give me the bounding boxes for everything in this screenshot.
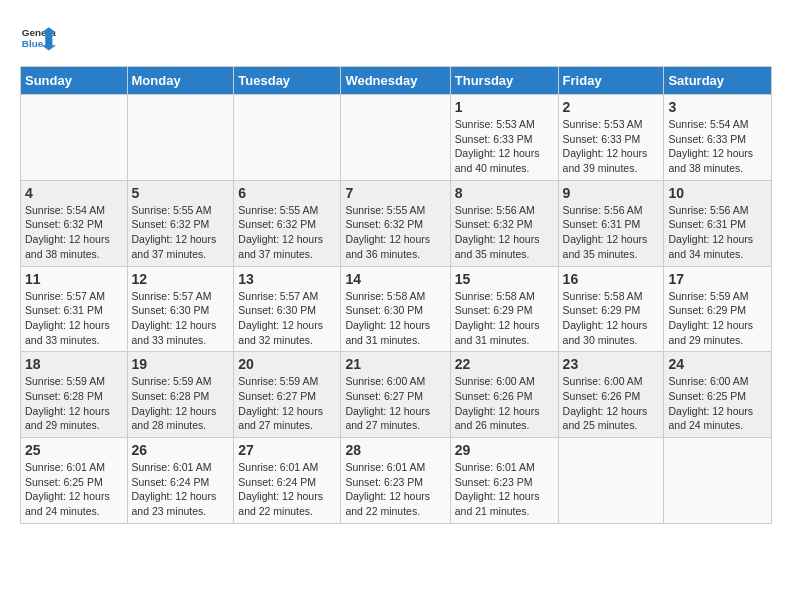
calendar-cell: 18Sunrise: 5:59 AM Sunset: 6:28 PM Dayli… — [21, 352, 128, 438]
calendar-cell — [127, 95, 234, 181]
day-number: 12 — [132, 271, 230, 287]
day-info: Sunrise: 5:56 AM Sunset: 6:31 PM Dayligh… — [563, 203, 660, 262]
calendar-cell: 12Sunrise: 5:57 AM Sunset: 6:30 PM Dayli… — [127, 266, 234, 352]
calendar-cell: 6Sunrise: 5:55 AM Sunset: 6:32 PM Daylig… — [234, 180, 341, 266]
day-number: 22 — [455, 356, 554, 372]
day-info: Sunrise: 5:59 AM Sunset: 6:27 PM Dayligh… — [238, 374, 336, 433]
day-number: 1 — [455, 99, 554, 115]
day-header-saturday: Saturday — [664, 67, 772, 95]
svg-text:Blue: Blue — [22, 38, 44, 49]
day-header-wednesday: Wednesday — [341, 67, 450, 95]
logo: General Blue — [20, 20, 56, 56]
calendar-cell: 26Sunrise: 6:01 AM Sunset: 6:24 PM Dayli… — [127, 438, 234, 524]
header: General Blue — [20, 20, 772, 56]
day-number: 9 — [563, 185, 660, 201]
day-info: Sunrise: 6:00 AM Sunset: 6:27 PM Dayligh… — [345, 374, 445, 433]
day-number: 5 — [132, 185, 230, 201]
calendar-cell — [664, 438, 772, 524]
day-number: 15 — [455, 271, 554, 287]
calendar-cell: 25Sunrise: 6:01 AM Sunset: 6:25 PM Dayli… — [21, 438, 128, 524]
calendar-table: SundayMondayTuesdayWednesdayThursdayFrid… — [20, 66, 772, 524]
calendar-cell: 19Sunrise: 5:59 AM Sunset: 6:28 PM Dayli… — [127, 352, 234, 438]
day-number: 20 — [238, 356, 336, 372]
week-row-2: 4Sunrise: 5:54 AM Sunset: 6:32 PM Daylig… — [21, 180, 772, 266]
calendar-cell: 27Sunrise: 6:01 AM Sunset: 6:24 PM Dayli… — [234, 438, 341, 524]
day-info: Sunrise: 6:00 AM Sunset: 6:26 PM Dayligh… — [563, 374, 660, 433]
calendar-cell: 21Sunrise: 6:00 AM Sunset: 6:27 PM Dayli… — [341, 352, 450, 438]
day-info: Sunrise: 5:55 AM Sunset: 6:32 PM Dayligh… — [238, 203, 336, 262]
calendar-cell — [234, 95, 341, 181]
day-info: Sunrise: 6:01 AM Sunset: 6:24 PM Dayligh… — [238, 460, 336, 519]
day-number: 24 — [668, 356, 767, 372]
day-number: 23 — [563, 356, 660, 372]
day-header-tuesday: Tuesday — [234, 67, 341, 95]
day-info: Sunrise: 5:53 AM Sunset: 6:33 PM Dayligh… — [563, 117, 660, 176]
week-row-5: 25Sunrise: 6:01 AM Sunset: 6:25 PM Dayli… — [21, 438, 772, 524]
day-info: Sunrise: 5:59 AM Sunset: 6:28 PM Dayligh… — [132, 374, 230, 433]
day-number: 26 — [132, 442, 230, 458]
day-info: Sunrise: 6:01 AM Sunset: 6:23 PM Dayligh… — [455, 460, 554, 519]
day-number: 10 — [668, 185, 767, 201]
calendar-cell: 4Sunrise: 5:54 AM Sunset: 6:32 PM Daylig… — [21, 180, 128, 266]
day-info: Sunrise: 6:01 AM Sunset: 6:25 PM Dayligh… — [25, 460, 123, 519]
day-number: 25 — [25, 442, 123, 458]
day-info: Sunrise: 5:58 AM Sunset: 6:29 PM Dayligh… — [563, 289, 660, 348]
day-info: Sunrise: 6:00 AM Sunset: 6:26 PM Dayligh… — [455, 374, 554, 433]
calendar-cell: 13Sunrise: 5:57 AM Sunset: 6:30 PM Dayli… — [234, 266, 341, 352]
calendar-cell — [21, 95, 128, 181]
calendar-cell: 24Sunrise: 6:00 AM Sunset: 6:25 PM Dayli… — [664, 352, 772, 438]
day-info: Sunrise: 5:58 AM Sunset: 6:30 PM Dayligh… — [345, 289, 445, 348]
calendar-cell: 14Sunrise: 5:58 AM Sunset: 6:30 PM Dayli… — [341, 266, 450, 352]
calendar-cell: 11Sunrise: 5:57 AM Sunset: 6:31 PM Dayli… — [21, 266, 128, 352]
day-number: 29 — [455, 442, 554, 458]
day-info: Sunrise: 5:56 AM Sunset: 6:32 PM Dayligh… — [455, 203, 554, 262]
day-number: 21 — [345, 356, 445, 372]
calendar-cell: 16Sunrise: 5:58 AM Sunset: 6:29 PM Dayli… — [558, 266, 664, 352]
calendar-cell: 2Sunrise: 5:53 AM Sunset: 6:33 PM Daylig… — [558, 95, 664, 181]
day-info: Sunrise: 5:55 AM Sunset: 6:32 PM Dayligh… — [345, 203, 445, 262]
calendar-cell: 3Sunrise: 5:54 AM Sunset: 6:33 PM Daylig… — [664, 95, 772, 181]
calendar-cell: 10Sunrise: 5:56 AM Sunset: 6:31 PM Dayli… — [664, 180, 772, 266]
day-header-friday: Friday — [558, 67, 664, 95]
calendar-cell: 29Sunrise: 6:01 AM Sunset: 6:23 PM Dayli… — [450, 438, 558, 524]
day-info: Sunrise: 5:57 AM Sunset: 6:31 PM Dayligh… — [25, 289, 123, 348]
day-info: Sunrise: 6:00 AM Sunset: 6:25 PM Dayligh… — [668, 374, 767, 433]
day-info: Sunrise: 5:55 AM Sunset: 6:32 PM Dayligh… — [132, 203, 230, 262]
day-info: Sunrise: 5:57 AM Sunset: 6:30 PM Dayligh… — [238, 289, 336, 348]
day-header-monday: Monday — [127, 67, 234, 95]
calendar-cell: 1Sunrise: 5:53 AM Sunset: 6:33 PM Daylig… — [450, 95, 558, 181]
day-number: 3 — [668, 99, 767, 115]
calendar-cell — [341, 95, 450, 181]
day-number: 6 — [238, 185, 336, 201]
day-info: Sunrise: 5:54 AM Sunset: 6:32 PM Dayligh… — [25, 203, 123, 262]
day-info: Sunrise: 5:54 AM Sunset: 6:33 PM Dayligh… — [668, 117, 767, 176]
calendar-cell: 7Sunrise: 5:55 AM Sunset: 6:32 PM Daylig… — [341, 180, 450, 266]
day-header-thursday: Thursday — [450, 67, 558, 95]
day-number: 14 — [345, 271, 445, 287]
day-info: Sunrise: 5:59 AM Sunset: 6:29 PM Dayligh… — [668, 289, 767, 348]
day-number: 16 — [563, 271, 660, 287]
day-number: 8 — [455, 185, 554, 201]
day-number: 11 — [25, 271, 123, 287]
calendar-cell: 8Sunrise: 5:56 AM Sunset: 6:32 PM Daylig… — [450, 180, 558, 266]
week-row-4: 18Sunrise: 5:59 AM Sunset: 6:28 PM Dayli… — [21, 352, 772, 438]
calendar-cell: 9Sunrise: 5:56 AM Sunset: 6:31 PM Daylig… — [558, 180, 664, 266]
day-info: Sunrise: 5:58 AM Sunset: 6:29 PM Dayligh… — [455, 289, 554, 348]
logo-icon: General Blue — [20, 20, 56, 56]
day-info: Sunrise: 6:01 AM Sunset: 6:24 PM Dayligh… — [132, 460, 230, 519]
day-info: Sunrise: 6:01 AM Sunset: 6:23 PM Dayligh… — [345, 460, 445, 519]
day-number: 19 — [132, 356, 230, 372]
week-row-3: 11Sunrise: 5:57 AM Sunset: 6:31 PM Dayli… — [21, 266, 772, 352]
day-number: 13 — [238, 271, 336, 287]
day-info: Sunrise: 5:56 AM Sunset: 6:31 PM Dayligh… — [668, 203, 767, 262]
day-number: 4 — [25, 185, 123, 201]
day-number: 28 — [345, 442, 445, 458]
calendar-cell: 20Sunrise: 5:59 AM Sunset: 6:27 PM Dayli… — [234, 352, 341, 438]
calendar-cell: 17Sunrise: 5:59 AM Sunset: 6:29 PM Dayli… — [664, 266, 772, 352]
day-header-sunday: Sunday — [21, 67, 128, 95]
day-number: 7 — [345, 185, 445, 201]
day-number: 18 — [25, 356, 123, 372]
calendar-cell: 5Sunrise: 5:55 AM Sunset: 6:32 PM Daylig… — [127, 180, 234, 266]
day-number: 27 — [238, 442, 336, 458]
day-number: 2 — [563, 99, 660, 115]
